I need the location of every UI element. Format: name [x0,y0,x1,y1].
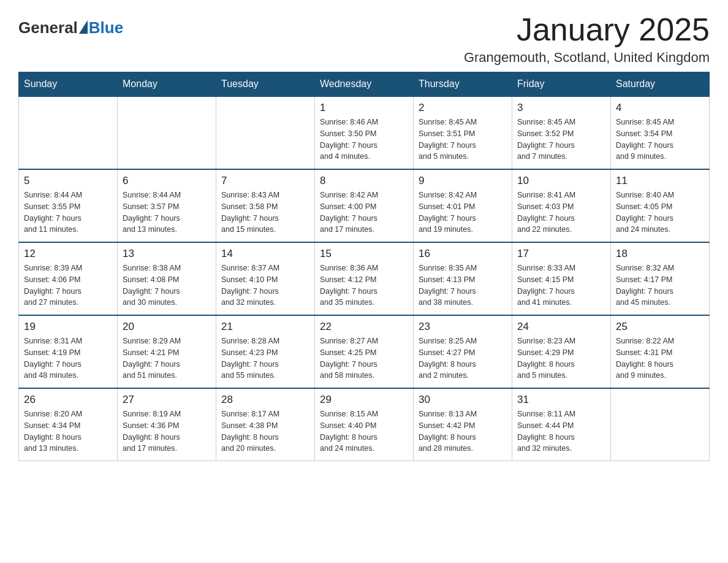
calendar-subtitle: Grangemouth, Scotland, United Kingdom [464,50,710,66]
calendar-cell: 26Sunrise: 8:20 AM Sunset: 4:34 PM Dayli… [19,388,118,461]
day-info: Sunrise: 8:39 AM Sunset: 4:06 PM Dayligh… [24,262,112,308]
day-info: Sunrise: 8:33 AM Sunset: 4:15 PM Dayligh… [517,262,605,308]
days-header-row: SundayMondayTuesdayWednesdayThursdayFrid… [19,72,710,97]
calendar-cell: 30Sunrise: 8:13 AM Sunset: 4:42 PM Dayli… [414,388,512,461]
day-info: Sunrise: 8:25 AM Sunset: 4:27 PM Dayligh… [419,335,507,381]
day-number: 20 [123,321,211,333]
day-info: Sunrise: 8:17 AM Sunset: 4:38 PM Dayligh… [221,408,309,454]
calendar-cell: 8Sunrise: 8:42 AM Sunset: 4:00 PM Daylig… [315,169,414,242]
day-info: Sunrise: 8:42 AM Sunset: 4:00 PM Dayligh… [320,190,408,236]
calendar-cell: 25Sunrise: 8:22 AM Sunset: 4:31 PM Dayli… [611,315,710,388]
calendar-cell: 19Sunrise: 8:31 AM Sunset: 4:19 PM Dayli… [19,315,118,388]
day-number: 17 [517,248,605,260]
calendar-cell: 11Sunrise: 8:40 AM Sunset: 4:05 PM Dayli… [611,169,710,242]
calendar-cell: 1Sunrise: 8:46 AM Sunset: 3:50 PM Daylig… [315,96,414,169]
calendar-cell: 12Sunrise: 8:39 AM Sunset: 4:06 PM Dayli… [19,242,118,315]
day-info: Sunrise: 8:45 AM Sunset: 3:54 PM Dayligh… [616,117,704,163]
day-info: Sunrise: 8:38 AM Sunset: 4:08 PM Dayligh… [123,262,211,308]
day-info: Sunrise: 8:27 AM Sunset: 4:25 PM Dayligh… [320,335,408,381]
day-info: Sunrise: 8:13 AM Sunset: 4:42 PM Dayligh… [419,408,507,454]
calendar-cell: 4Sunrise: 8:45 AM Sunset: 3:54 PM Daylig… [611,96,710,169]
day-info: Sunrise: 8:15 AM Sunset: 4:40 PM Dayligh… [320,408,408,454]
header: General Blue January 2025 Grangemouth, S… [18,12,710,66]
week-row-3: 12Sunrise: 8:39 AM Sunset: 4:06 PM Dayli… [19,242,710,315]
calendar-cell: 18Sunrise: 8:32 AM Sunset: 4:17 PM Dayli… [611,242,710,315]
day-info: Sunrise: 8:20 AM Sunset: 4:34 PM Dayligh… [24,408,112,454]
day-number: 18 [616,248,704,260]
day-info: Sunrise: 8:28 AM Sunset: 4:23 PM Dayligh… [221,335,309,381]
day-info: Sunrise: 8:45 AM Sunset: 3:52 PM Dayligh… [517,117,605,163]
calendar-cell: 27Sunrise: 8:19 AM Sunset: 4:36 PM Dayli… [118,388,216,461]
day-number: 19 [24,321,112,333]
day-info: Sunrise: 8:43 AM Sunset: 3:58 PM Dayligh… [221,190,309,236]
calendar-table: SundayMondayTuesdayWednesdayThursdayFrid… [18,72,710,461]
calendar-cell: 29Sunrise: 8:15 AM Sunset: 4:40 PM Dayli… [315,388,414,461]
logo-triangle-icon [79,20,88,34]
day-info: Sunrise: 8:36 AM Sunset: 4:12 PM Dayligh… [320,262,408,308]
calendar-title: January 2025 [464,12,710,47]
day-info: Sunrise: 8:41 AM Sunset: 4:03 PM Dayligh… [517,190,605,236]
calendar-cell: 13Sunrise: 8:38 AM Sunset: 4:08 PM Dayli… [118,242,216,315]
day-info: Sunrise: 8:35 AM Sunset: 4:13 PM Dayligh… [419,262,507,308]
calendar-cell: 17Sunrise: 8:33 AM Sunset: 4:15 PM Dayli… [512,242,611,315]
day-info: Sunrise: 8:44 AM Sunset: 3:55 PM Dayligh… [24,190,112,236]
col-header-monday: Monday [118,72,216,97]
day-info: Sunrise: 8:29 AM Sunset: 4:21 PM Dayligh… [123,335,211,381]
day-number: 13 [123,248,211,260]
day-number: 7 [221,175,309,187]
day-number: 25 [616,321,704,333]
day-number: 5 [24,175,112,187]
calendar-cell: 21Sunrise: 8:28 AM Sunset: 4:23 PM Dayli… [216,315,315,388]
calendar-cell: 24Sunrise: 8:23 AM Sunset: 4:29 PM Dayli… [512,315,611,388]
day-number: 16 [419,248,507,260]
day-number: 29 [320,394,408,406]
calendar-cell: 15Sunrise: 8:36 AM Sunset: 4:12 PM Dayli… [315,242,414,315]
calendar-cell: 20Sunrise: 8:29 AM Sunset: 4:21 PM Dayli… [118,315,216,388]
calendar-cell: 22Sunrise: 8:27 AM Sunset: 4:25 PM Dayli… [315,315,414,388]
calendar-cell: 31Sunrise: 8:11 AM Sunset: 4:44 PM Dayli… [512,388,611,461]
day-info: Sunrise: 8:46 AM Sunset: 3:50 PM Dayligh… [320,117,408,163]
calendar-cell [216,96,315,169]
week-row-2: 5Sunrise: 8:44 AM Sunset: 3:55 PM Daylig… [19,169,710,242]
week-row-5: 26Sunrise: 8:20 AM Sunset: 4:34 PM Dayli… [19,388,710,461]
calendar-cell: 2Sunrise: 8:45 AM Sunset: 3:51 PM Daylig… [414,96,512,169]
week-row-1: 1Sunrise: 8:46 AM Sunset: 3:50 PM Daylig… [19,96,710,169]
day-number: 4 [616,102,704,114]
day-number: 12 [24,248,112,260]
col-header-saturday: Saturday [611,72,710,97]
day-info: Sunrise: 8:45 AM Sunset: 3:51 PM Dayligh… [419,117,507,163]
week-row-4: 19Sunrise: 8:31 AM Sunset: 4:19 PM Dayli… [19,315,710,388]
calendar-cell: 14Sunrise: 8:37 AM Sunset: 4:10 PM Dayli… [216,242,315,315]
day-info: Sunrise: 8:31 AM Sunset: 4:19 PM Dayligh… [24,335,112,381]
day-number: 23 [419,321,507,333]
day-number: 31 [517,394,605,406]
day-number: 3 [517,102,605,114]
calendar-cell [19,96,118,169]
calendar-cell: 6Sunrise: 8:44 AM Sunset: 3:57 PM Daylig… [118,169,216,242]
day-number: 2 [419,102,507,114]
day-number: 27 [123,394,211,406]
calendar-cell: 16Sunrise: 8:35 AM Sunset: 4:13 PM Dayli… [414,242,512,315]
col-header-sunday: Sunday [19,72,118,97]
logo-blue-text: Blue [89,18,123,37]
day-info: Sunrise: 8:19 AM Sunset: 4:36 PM Dayligh… [123,408,211,454]
day-number: 8 [320,175,408,187]
calendar-cell [611,388,710,461]
calendar-cell: 28Sunrise: 8:17 AM Sunset: 4:38 PM Dayli… [216,388,315,461]
day-number: 24 [517,321,605,333]
calendar-cell: 7Sunrise: 8:43 AM Sunset: 3:58 PM Daylig… [216,169,315,242]
col-header-wednesday: Wednesday [315,72,414,97]
day-info: Sunrise: 8:32 AM Sunset: 4:17 PM Dayligh… [616,262,704,308]
calendar-cell: 3Sunrise: 8:45 AM Sunset: 3:52 PM Daylig… [512,96,611,169]
day-number: 9 [419,175,507,187]
day-info: Sunrise: 8:44 AM Sunset: 3:57 PM Dayligh… [123,190,211,236]
day-info: Sunrise: 8:11 AM Sunset: 4:44 PM Dayligh… [517,408,605,454]
day-number: 1 [320,102,408,114]
calendar-cell: 10Sunrise: 8:41 AM Sunset: 4:03 PM Dayli… [512,169,611,242]
logo: General Blue [18,18,123,37]
day-info: Sunrise: 8:40 AM Sunset: 4:05 PM Dayligh… [616,190,704,236]
day-number: 11 [616,175,704,187]
calendar-cell: 5Sunrise: 8:44 AM Sunset: 3:55 PM Daylig… [19,169,118,242]
day-number: 6 [123,175,211,187]
day-info: Sunrise: 8:23 AM Sunset: 4:29 PM Dayligh… [517,335,605,381]
